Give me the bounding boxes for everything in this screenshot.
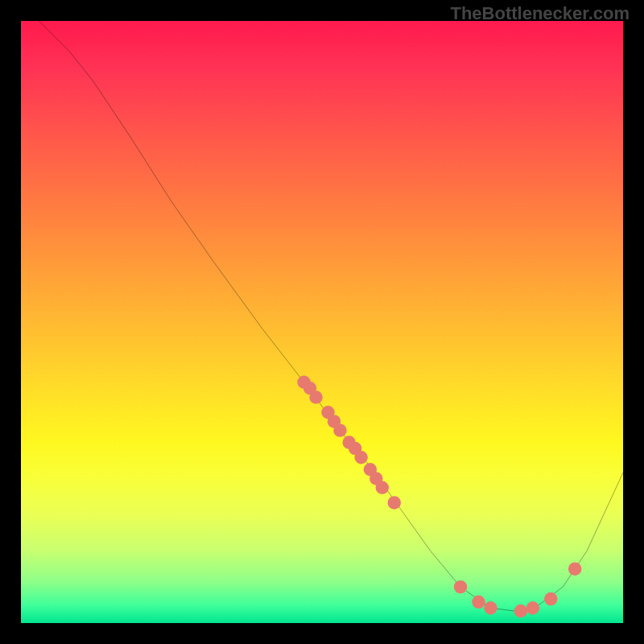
data-marker	[454, 580, 467, 593]
chart-svg	[21, 21, 623, 623]
data-marker	[333, 423, 346, 436]
data-marker	[568, 562, 581, 575]
data-marker	[388, 496, 401, 509]
data-marker	[354, 451, 367, 464]
data-marker	[544, 592, 557, 605]
data-marker	[514, 605, 527, 617]
data-marker	[472, 596, 485, 609]
watermark-text: TheBottlenecker.com	[450, 3, 630, 24]
data-marker	[376, 481, 389, 493]
data-marker	[484, 601, 497, 614]
data-markers	[297, 376, 581, 618]
data-marker	[526, 601, 539, 614]
curve-line	[39, 21, 623, 611]
data-marker	[309, 390, 322, 403]
